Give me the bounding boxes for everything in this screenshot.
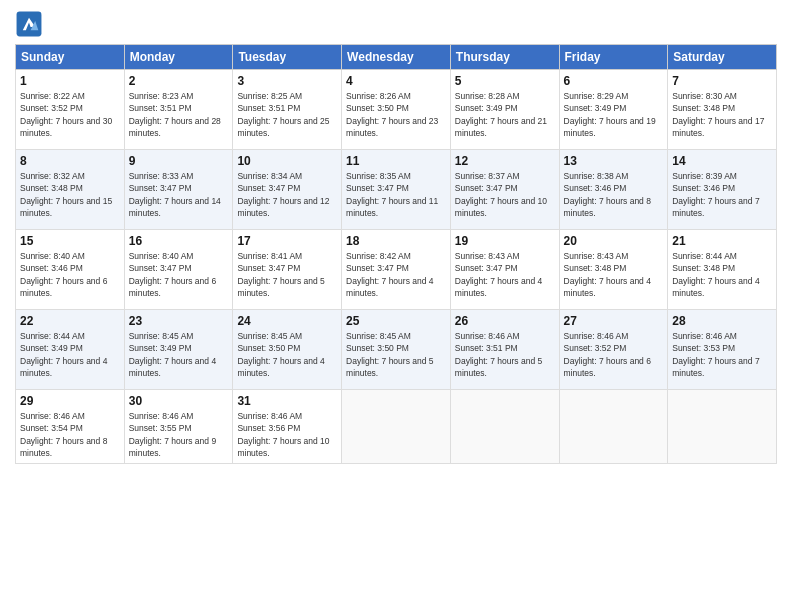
logo-icon: [15, 10, 43, 38]
day-number: 30: [129, 394, 229, 408]
day-number: 10: [237, 154, 337, 168]
day-number: 29: [20, 394, 120, 408]
day-info: Sunrise: 8:28 AMSunset: 3:49 PMDaylight:…: [455, 90, 555, 139]
day-number: 23: [129, 314, 229, 328]
day-info: Sunrise: 8:41 AMSunset: 3:47 PMDaylight:…: [237, 250, 337, 299]
calendar-cell: 10Sunrise: 8:34 AMSunset: 3:47 PMDayligh…: [233, 150, 342, 230]
day-number: 8: [20, 154, 120, 168]
calendar-week-1: 1Sunrise: 8:22 AMSunset: 3:52 PMDaylight…: [16, 70, 777, 150]
calendar-cell: 14Sunrise: 8:39 AMSunset: 3:46 PMDayligh…: [668, 150, 777, 230]
day-info: Sunrise: 8:32 AMSunset: 3:48 PMDaylight:…: [20, 170, 120, 219]
day-info: Sunrise: 8:37 AMSunset: 3:47 PMDaylight:…: [455, 170, 555, 219]
calendar-cell: 28Sunrise: 8:46 AMSunset: 3:53 PMDayligh…: [668, 310, 777, 390]
day-info: Sunrise: 8:45 AMSunset: 3:50 PMDaylight:…: [237, 330, 337, 379]
weekday-row: SundayMondayTuesdayWednesdayThursdayFrid…: [16, 45, 777, 70]
day-info: Sunrise: 8:46 AMSunset: 3:53 PMDaylight:…: [672, 330, 772, 379]
day-number: 7: [672, 74, 772, 88]
day-info: Sunrise: 8:44 AMSunset: 3:48 PMDaylight:…: [672, 250, 772, 299]
calendar-cell: [450, 390, 559, 464]
day-number: 22: [20, 314, 120, 328]
day-info: Sunrise: 8:43 AMSunset: 3:47 PMDaylight:…: [455, 250, 555, 299]
calendar-header: SundayMondayTuesdayWednesdayThursdayFrid…: [16, 45, 777, 70]
day-number: 31: [237, 394, 337, 408]
calendar-cell: [668, 390, 777, 464]
calendar-week-2: 8Sunrise: 8:32 AMSunset: 3:48 PMDaylight…: [16, 150, 777, 230]
calendar-cell: 7Sunrise: 8:30 AMSunset: 3:48 PMDaylight…: [668, 70, 777, 150]
page: SundayMondayTuesdayWednesdayThursdayFrid…: [0, 0, 792, 612]
day-number: 12: [455, 154, 555, 168]
weekday-header-friday: Friday: [559, 45, 668, 70]
calendar-cell: 8Sunrise: 8:32 AMSunset: 3:48 PMDaylight…: [16, 150, 125, 230]
calendar-cell: 9Sunrise: 8:33 AMSunset: 3:47 PMDaylight…: [124, 150, 233, 230]
calendar-cell: 2Sunrise: 8:23 AMSunset: 3:51 PMDaylight…: [124, 70, 233, 150]
calendar-week-4: 22Sunrise: 8:44 AMSunset: 3:49 PMDayligh…: [16, 310, 777, 390]
calendar-cell: 23Sunrise: 8:45 AMSunset: 3:49 PMDayligh…: [124, 310, 233, 390]
day-number: 4: [346, 74, 446, 88]
calendar-cell: [342, 390, 451, 464]
day-number: 17: [237, 234, 337, 248]
day-number: 14: [672, 154, 772, 168]
calendar-cell: [559, 390, 668, 464]
calendar-cell: 16Sunrise: 8:40 AMSunset: 3:47 PMDayligh…: [124, 230, 233, 310]
calendar-cell: 11Sunrise: 8:35 AMSunset: 3:47 PMDayligh…: [342, 150, 451, 230]
day-number: 20: [564, 234, 664, 248]
weekday-header-tuesday: Tuesday: [233, 45, 342, 70]
day-number: 1: [20, 74, 120, 88]
day-info: Sunrise: 8:35 AMSunset: 3:47 PMDaylight:…: [346, 170, 446, 219]
day-number: 21: [672, 234, 772, 248]
weekday-header-thursday: Thursday: [450, 45, 559, 70]
day-info: Sunrise: 8:38 AMSunset: 3:46 PMDaylight:…: [564, 170, 664, 219]
day-number: 15: [20, 234, 120, 248]
day-info: Sunrise: 8:45 AMSunset: 3:49 PMDaylight:…: [129, 330, 229, 379]
day-info: Sunrise: 8:46 AMSunset: 3:55 PMDaylight:…: [129, 410, 229, 459]
day-info: Sunrise: 8:43 AMSunset: 3:48 PMDaylight:…: [564, 250, 664, 299]
day-info: Sunrise: 8:34 AMSunset: 3:47 PMDaylight:…: [237, 170, 337, 219]
calendar-cell: 4Sunrise: 8:26 AMSunset: 3:50 PMDaylight…: [342, 70, 451, 150]
day-info: Sunrise: 8:42 AMSunset: 3:47 PMDaylight:…: [346, 250, 446, 299]
calendar-cell: 5Sunrise: 8:28 AMSunset: 3:49 PMDaylight…: [450, 70, 559, 150]
weekday-header-monday: Monday: [124, 45, 233, 70]
calendar-cell: 22Sunrise: 8:44 AMSunset: 3:49 PMDayligh…: [16, 310, 125, 390]
day-info: Sunrise: 8:46 AMSunset: 3:54 PMDaylight:…: [20, 410, 120, 459]
header: [15, 10, 777, 38]
day-number: 16: [129, 234, 229, 248]
day-info: Sunrise: 8:30 AMSunset: 3:48 PMDaylight:…: [672, 90, 772, 139]
calendar-week-5: 29Sunrise: 8:46 AMSunset: 3:54 PMDayligh…: [16, 390, 777, 464]
day-info: Sunrise: 8:46 AMSunset: 3:51 PMDaylight:…: [455, 330, 555, 379]
day-info: Sunrise: 8:39 AMSunset: 3:46 PMDaylight:…: [672, 170, 772, 219]
weekday-header-wednesday: Wednesday: [342, 45, 451, 70]
day-number: 26: [455, 314, 555, 328]
calendar-cell: 1Sunrise: 8:22 AMSunset: 3:52 PMDaylight…: [16, 70, 125, 150]
svg-rect-0: [17, 12, 42, 37]
day-info: Sunrise: 8:25 AMSunset: 3:51 PMDaylight:…: [237, 90, 337, 139]
day-info: Sunrise: 8:33 AMSunset: 3:47 PMDaylight:…: [129, 170, 229, 219]
day-info: Sunrise: 8:44 AMSunset: 3:49 PMDaylight:…: [20, 330, 120, 379]
day-info: Sunrise: 8:22 AMSunset: 3:52 PMDaylight:…: [20, 90, 120, 139]
day-info: Sunrise: 8:40 AMSunset: 3:46 PMDaylight:…: [20, 250, 120, 299]
calendar-cell: 6Sunrise: 8:29 AMSunset: 3:49 PMDaylight…: [559, 70, 668, 150]
day-number: 3: [237, 74, 337, 88]
calendar-cell: 19Sunrise: 8:43 AMSunset: 3:47 PMDayligh…: [450, 230, 559, 310]
day-number: 27: [564, 314, 664, 328]
calendar-cell: 17Sunrise: 8:41 AMSunset: 3:47 PMDayligh…: [233, 230, 342, 310]
day-number: 19: [455, 234, 555, 248]
day-number: 6: [564, 74, 664, 88]
day-number: 11: [346, 154, 446, 168]
day-number: 5: [455, 74, 555, 88]
day-number: 13: [564, 154, 664, 168]
day-info: Sunrise: 8:40 AMSunset: 3:47 PMDaylight:…: [129, 250, 229, 299]
calendar-cell: 21Sunrise: 8:44 AMSunset: 3:48 PMDayligh…: [668, 230, 777, 310]
calendar-body: 1Sunrise: 8:22 AMSunset: 3:52 PMDaylight…: [16, 70, 777, 464]
weekday-header-saturday: Saturday: [668, 45, 777, 70]
day-number: 9: [129, 154, 229, 168]
day-number: 24: [237, 314, 337, 328]
calendar-cell: 27Sunrise: 8:46 AMSunset: 3:52 PMDayligh…: [559, 310, 668, 390]
day-number: 18: [346, 234, 446, 248]
day-number: 28: [672, 314, 772, 328]
day-number: 25: [346, 314, 446, 328]
calendar-cell: 31Sunrise: 8:46 AMSunset: 3:56 PMDayligh…: [233, 390, 342, 464]
day-info: Sunrise: 8:45 AMSunset: 3:50 PMDaylight:…: [346, 330, 446, 379]
day-info: Sunrise: 8:46 AMSunset: 3:56 PMDaylight:…: [237, 410, 337, 459]
calendar-cell: 24Sunrise: 8:45 AMSunset: 3:50 PMDayligh…: [233, 310, 342, 390]
day-info: Sunrise: 8:29 AMSunset: 3:49 PMDaylight:…: [564, 90, 664, 139]
